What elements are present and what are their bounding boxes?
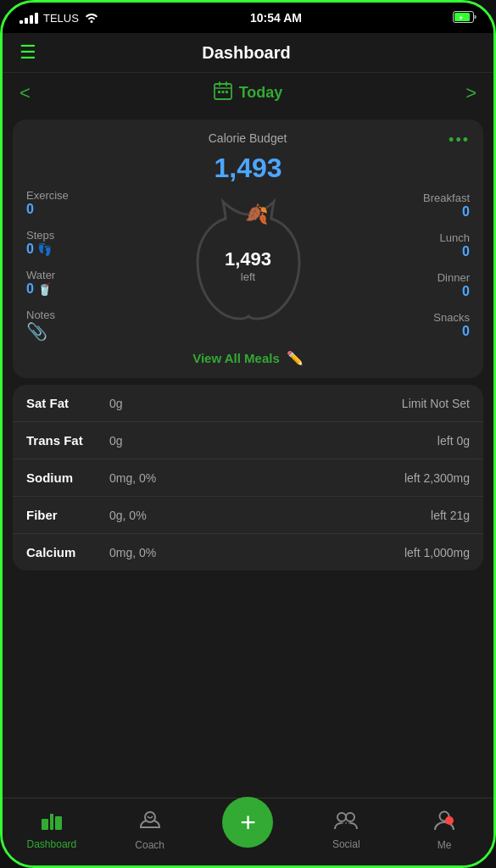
lunch-label: Lunch: [440, 231, 470, 244]
right-stats: Breakfast 0 Lunch 0 Dinner 0 Snacks 0: [402, 192, 470, 339]
date-label[interactable]: Today: [239, 84, 283, 102]
header-title: Dashboard: [202, 43, 290, 63]
transfat-name: Trans Fat: [26, 433, 103, 448]
calcium-row[interactable]: Calcium 0mg, 0% left 1,000mg: [13, 534, 483, 570]
bottom-nav: Dashboard Coach +: [3, 798, 493, 865]
notes-label: Notes: [26, 309, 55, 321]
signal-bar-1: [20, 20, 23, 24]
calorie-budget-label: Calorie Budget: [47, 131, 449, 145]
sodium-row[interactable]: Sodium 0mg, 0% left 2,300mg: [13, 459, 483, 497]
svg-point-10: [337, 813, 346, 821]
calendar-icon: [214, 81, 232, 104]
calorie-middle: Exercise 0 Steps 0 👣 Water 0: [26, 189, 470, 342]
three-dots-menu[interactable]: •••: [449, 131, 470, 149]
svg-rect-6: [42, 819, 48, 830]
add-button[interactable]: +: [222, 797, 273, 848]
apple-center-text: 1,493 left: [225, 248, 271, 283]
add-icon: +: [240, 809, 256, 836]
snacks-value: 0: [462, 324, 470, 339]
social-label: Social: [332, 838, 360, 850]
steps-value: 0: [26, 242, 34, 257]
coach-icon: [139, 810, 161, 837]
prev-date-arrow[interactable]: <: [20, 82, 31, 104]
signal-bar-3: [30, 15, 33, 24]
me-icon: [433, 810, 455, 837]
coach-label: Coach: [135, 839, 164, 851]
satfat-row[interactable]: Sat Fat 0g Limit Not Set: [13, 385, 483, 422]
app-header: ☰ Dashboard: [3, 33, 493, 73]
svg-rect-8: [55, 816, 62, 830]
view-all-meals-link[interactable]: View All Meals: [192, 351, 280, 365]
nav-item-me[interactable]: Me: [395, 810, 493, 851]
signal-bar-4: [35, 13, 38, 24]
nav-item-coach[interactable]: Coach: [101, 810, 199, 851]
nav-item-dashboard[interactable]: Dashboard: [3, 810, 101, 850]
exercise-label: Exercise: [26, 189, 69, 202]
dashboard-label: Dashboard: [27, 838, 77, 850]
snacks-label: Snacks: [433, 311, 470, 324]
hamburger-menu[interactable]: ☰: [20, 42, 36, 64]
nutrition-section: Sat Fat 0g Limit Not Set Trans Fat 0g le…: [13, 385, 483, 570]
next-date-arrow[interactable]: >: [465, 82, 476, 104]
snacks-stat: Snacks 0: [402, 311, 470, 339]
transfat-amount: 0g: [103, 434, 437, 448]
carrier-label: TELUS: [43, 12, 79, 25]
water-value: 0: [26, 281, 34, 297]
svg-rect-3: [218, 91, 220, 93]
exercise-stat: Exercise 0: [26, 189, 94, 217]
satfat-amount: 0g: [103, 397, 402, 410]
phone-frame: TELUS 10:54 AM ☰ Dashboard: [0, 0, 496, 868]
lunch-value: 0: [462, 244, 470, 259]
nav-item-add: +: [199, 814, 298, 848]
apple-graphic: 🍂 1,493 left: [176, 193, 320, 337]
calcium-limit: left 1,000mg: [404, 546, 470, 559]
svg-rect-5: [226, 91, 228, 93]
apple-left-label: left: [225, 270, 271, 283]
satfat-name: Sat Fat: [26, 396, 103, 410]
view-meals-row: View All Meals ✏️: [26, 350, 470, 366]
notes-stat: Notes 📎: [26, 309, 94, 342]
fiber-limit: left 21g: [431, 509, 470, 522]
apple-calories: 1,493: [225, 248, 271, 270]
steps-stat: Steps 0 👣: [26, 229, 94, 257]
battery-icon: [453, 11, 476, 25]
signal-bar-2: [25, 18, 28, 24]
satfat-limit: Limit Not Set: [402, 397, 470, 410]
calorie-top: Calorie Budget •••: [26, 131, 470, 149]
apple-leaf-icon: 🍂: [245, 203, 268, 225]
status-time: 10:54 AM: [250, 11, 302, 25]
fiber-name: Fiber: [26, 508, 103, 522]
dinner-stat: Dinner 0: [402, 271, 470, 299]
footprint-icon: 👣: [37, 242, 52, 256]
main-content: Calorie Budget ••• 1,493 Exercise 0 Step…: [3, 113, 493, 798]
sodium-amount: 0mg, 0%: [103, 471, 404, 485]
social-icon: [334, 810, 358, 836]
fiber-row[interactable]: Fiber 0g, 0% left 21g: [13, 497, 483, 534]
transfat-row[interactable]: Trans Fat 0g left 0g: [13, 422, 483, 459]
date-nav: < Today >: [3, 73, 493, 113]
water-stat: Water 0 🥤: [26, 269, 94, 297]
dinner-value: 0: [462, 284, 470, 299]
breakfast-value: 0: [462, 204, 470, 220]
calorie-budget-value: 1,493: [26, 153, 470, 184]
water-label: Water: [26, 269, 55, 281]
sodium-limit: left 2,300mg: [404, 471, 470, 485]
left-stats: Exercise 0 Steps 0 👣 Water 0: [26, 189, 94, 342]
edit-icon[interactable]: ✏️: [287, 350, 304, 366]
signal-bars: [20, 13, 38, 24]
exercise-value: 0: [26, 202, 34, 217]
water-cup-icon: 🥤: [37, 282, 52, 296]
calcium-amount: 0mg, 0%: [103, 546, 404, 559]
wifi-icon: [84, 11, 99, 25]
status-bar: TELUS 10:54 AM: [3, 3, 493, 33]
svg-point-11: [346, 813, 354, 821]
nav-item-social[interactable]: Social: [297, 810, 395, 850]
calorie-card: Calorie Budget ••• 1,493 Exercise 0 Step…: [13, 120, 483, 378]
paperclip-icon: 📎: [26, 321, 47, 342]
date-center: Today: [214, 81, 283, 104]
sodium-name: Sodium: [26, 470, 103, 485]
steps-label: Steps: [26, 229, 54, 242]
breakfast-stat: Breakfast 0: [402, 192, 470, 220]
status-left: TELUS: [20, 11, 99, 25]
calcium-name: Calcium: [26, 545, 103, 559]
